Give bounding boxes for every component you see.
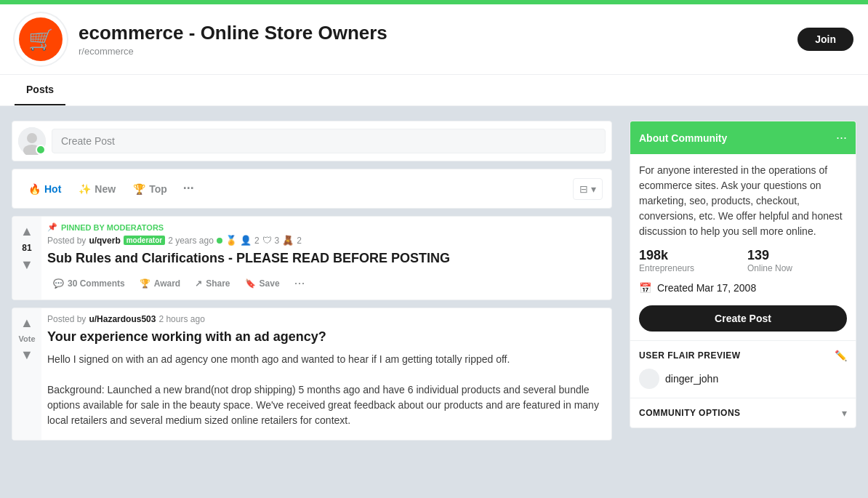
- community-options-title: COMMUNITY OPTIONS: [639, 408, 741, 418]
- comments-button[interactable]: 💬 30 Comments: [47, 274, 131, 293]
- subreddit-title: ecommerce - Online Store Owners: [79, 22, 786, 44]
- post-more-button[interactable]: ···: [289, 273, 311, 294]
- flair-gold: 🏅: [225, 235, 237, 246]
- post-body-area: 📌 PINNED BY MODERATORS Posted by u/qverb…: [41, 217, 611, 300]
- posted-by-label-2: Posted by: [47, 314, 86, 324]
- user-avatar: [18, 127, 46, 155]
- sort-top-label: Top: [149, 183, 167, 195]
- post-body-area-2: Posted by u/Hazardous503 2 hours ago You…: [41, 308, 611, 439]
- view-icon: ⊟: [579, 183, 588, 195]
- pin-icon: 📌: [47, 222, 57, 232]
- svg-point-3: [27, 133, 37, 143]
- post-time-2: 2 hours ago: [158, 314, 204, 324]
- join-button[interactable]: Join: [797, 28, 853, 51]
- about-stats: 198k Entrepreneurs 139 Online Now: [639, 248, 847, 273]
- award-button[interactable]: 🏆 Award: [134, 274, 186, 293]
- about-title: About Community: [639, 132, 727, 144]
- main-feed: Create Post 🔥 Hot ✨ New 🏆 Top ··· ⊟ ▾: [12, 121, 612, 441]
- flair-green: [217, 238, 222, 244]
- about-created: 📅 Created Mar 17, 2008: [639, 282, 847, 294]
- pinned-post-card: ▲ 81 ▼ 📌 PINNED BY MODERATORS Posted by …: [12, 216, 612, 300]
- share-label: Share: [206, 278, 230, 289]
- flair-user1: 👤: [240, 235, 252, 246]
- sort-hot-button[interactable]: 🔥 Hot: [21, 179, 68, 199]
- post-meta: Posted by u/qverb moderator 2 years ago …: [47, 235, 606, 246]
- community-options-toggle[interactable]: COMMUNITY OPTIONS ▾: [630, 398, 856, 427]
- regular-post-card: ▲ Vote ▼ Posted by u/Hazardous503 2 hour…: [12, 308, 612, 440]
- upvote-button-2[interactable]: ▲: [18, 314, 36, 332]
- sort-hot-label: Hot: [44, 183, 61, 195]
- flair-user-avatar: [639, 369, 659, 389]
- stat-online-value: 139: [747, 248, 847, 263]
- stat-entrepreneurs: 198k Entrepreneurs: [639, 248, 739, 273]
- user-flair-header: USER FLAIR PREVIEW ✏️: [639, 350, 847, 361]
- downvote-button[interactable]: ▼: [18, 256, 36, 273]
- create-post-input[interactable]: Create Post: [52, 129, 606, 153]
- save-button[interactable]: 🔖 Save: [239, 274, 286, 293]
- chevron-down-icon: ▾: [842, 407, 847, 419]
- subreddit-header: 🛒 ecommerce - Online Store Owners r/ecom…: [0, 4, 868, 75]
- subreddit-icon: 🛒: [15, 13, 67, 65]
- award-icon: 🏆: [140, 278, 150, 289]
- stat-online: 139 Online Now: [747, 248, 847, 273]
- save-label: Save: [260, 278, 280, 289]
- nav-tabs: Posts: [0, 75, 868, 106]
- chevron-down-icon: ▾: [591, 183, 596, 195]
- sort-new-label: New: [95, 183, 116, 195]
- flair-count1: 2: [254, 236, 260, 246]
- vote-count: 81: [22, 243, 31, 253]
- post-author[interactable]: u/qverb: [89, 236, 120, 246]
- vote-column: ▲ 81 ▼: [12, 217, 41, 300]
- post-time: 2 years ago: [168, 236, 214, 246]
- created-date: Created Mar 17, 2008: [657, 282, 756, 294]
- tab-posts[interactable]: Posts: [15, 75, 65, 105]
- subreddit-name: r/ecommerce: [79, 46, 786, 57]
- flair-count3: 2: [297, 236, 302, 246]
- about-more-button[interactable]: ···: [836, 130, 847, 145]
- pinned-label: 📌 PINNED BY MODERATORS: [47, 222, 606, 232]
- sidebar: About Community ··· For anyone intereste…: [630, 121, 856, 441]
- trophy-icon: 🏆: [133, 183, 145, 195]
- flame-icon: 🔥: [28, 183, 41, 195]
- about-community-card: About Community ··· For anyone intereste…: [630, 121, 856, 428]
- user-flair-user: dinger_john: [639, 369, 847, 389]
- sort-top-button[interactable]: 🏆 Top: [126, 179, 174, 199]
- stat-entrepreneurs-label: Entrepreneurs: [639, 263, 739, 273]
- upvote-button[interactable]: ▲: [18, 222, 36, 240]
- about-header: About Community ···: [630, 121, 856, 154]
- view-toggle[interactable]: ⊟ ▾: [573, 178, 603, 200]
- posted-by-label: Posted by: [47, 236, 86, 246]
- share-button[interactable]: ↗ Share: [189, 274, 236, 293]
- save-icon: 🔖: [245, 278, 256, 289]
- award-label: Award: [154, 278, 180, 289]
- comment-icon: 💬: [53, 278, 64, 289]
- post-title[interactable]: Sub Rules and Clarifications - PLEASE RE…: [47, 250, 606, 267]
- post-text-2: Hello I signed on with an ad agency one …: [47, 352, 606, 428]
- about-body: For anyone interested in the operations …: [630, 154, 856, 340]
- user-flair-section: USER FLAIR PREVIEW ✏️ dinger_john: [630, 340, 856, 398]
- about-description: For anyone interested in the operations …: [639, 163, 847, 239]
- sort-new-button[interactable]: ✨ New: [71, 179, 123, 199]
- content-area: Create Post 🔥 Hot ✨ New 🏆 Top ··· ⊟ ▾: [0, 106, 868, 455]
- share-icon: ↗: [195, 278, 202, 289]
- downvote-button-2[interactable]: ▼: [18, 346, 36, 364]
- post-meta-2: Posted by u/Hazardous503 2 hours ago: [47, 314, 606, 324]
- post-actions: 💬 30 Comments 🏆 Award ↗ Share 🔖 Save: [47, 273, 606, 294]
- stat-entrepreneurs-value: 198k: [639, 248, 739, 263]
- flair-shield: 🛡: [262, 235, 272, 246]
- user-flair-title: USER FLAIR PREVIEW: [639, 350, 741, 361]
- moderator-badge: moderator: [124, 236, 165, 245]
- calendar-icon: 📅: [639, 282, 651, 294]
- post-author-2[interactable]: u/Hazardous503: [89, 314, 156, 324]
- header-info: ecommerce - Online Store Owners r/ecomme…: [79, 22, 786, 57]
- sort-bar: 🔥 Hot ✨ New 🏆 Top ··· ⊟ ▾: [12, 169, 612, 209]
- flair-username: dinger_john: [665, 373, 718, 385]
- svg-text:🛒: 🛒: [28, 28, 54, 52]
- edit-flair-button[interactable]: ✏️: [835, 350, 847, 361]
- sparkle-icon: ✨: [79, 183, 91, 195]
- post-title-2[interactable]: Your experience working with an ad agenc…: [47, 329, 606, 345]
- sidebar-create-post-button[interactable]: Create Post: [639, 305, 847, 332]
- sort-more-button[interactable]: ···: [177, 177, 200, 201]
- vote-count-2: Vote: [18, 334, 35, 343]
- vote-column-2: ▲ Vote ▼: [12, 308, 41, 439]
